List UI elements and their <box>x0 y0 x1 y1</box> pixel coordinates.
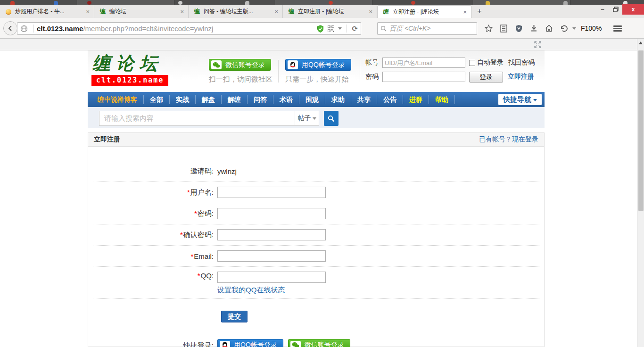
register-panel: 立即注册 已有帐号？现在登录 邀请码: ywlnzj *用户名:*密码:*确认密… <box>88 132 545 347</box>
widescreen-toggle-icon[interactable] <box>534 41 541 48</box>
wechat-icon <box>290 341 301 347</box>
quick-qq-login-button[interactable]: 用QQ帐号登录 <box>217 339 283 347</box>
field-input[interactable] <box>217 187 326 198</box>
field-input[interactable] <box>217 229 326 240</box>
minimize-button[interactable]: – <box>596 4 609 15</box>
restore-button[interactable] <box>609 4 622 15</box>
site-logo[interactable]: 缠论坛 <box>92 51 163 75</box>
site-search-strip: 请输入搜索内容 帖子 <box>88 107 545 128</box>
qq-online-status-link[interactable]: 设置我的QQ在线状态 <box>217 286 326 295</box>
nav-item[interactable]: 问答 <box>248 95 273 104</box>
nav-item[interactable]: 解盘 <box>196 95 222 104</box>
bookmarks-panel-icon[interactable] <box>496 25 511 33</box>
field-label: *QQ: <box>93 272 217 280</box>
submit-button[interactable]: 提交 <box>221 311 248 322</box>
reload-button[interactable]: ⟳ <box>352 25 358 33</box>
top-strip-icon <box>245 1 249 5</box>
field-input[interactable] <box>217 250 326 262</box>
browser-tab[interactable]: 缠立即注册 - |缠论坛× <box>283 5 377 18</box>
top-strip-icon <box>87 1 91 5</box>
tab-title: 立即注册 - |缠论坛 <box>298 8 363 16</box>
sync-undo-icon[interactable] <box>556 25 571 32</box>
field-input[interactable] <box>217 272 326 283</box>
trophy-icon <box>5 8 12 16</box>
qq-login-button[interactable]: 用QQ帐号登录 <box>285 59 351 71</box>
top-strip-icon <box>329 1 333 5</box>
register-now-link[interactable]: 立即注册 <box>508 73 534 81</box>
field-input[interactable] <box>217 208 326 219</box>
scrollbar-thumb[interactable] <box>638 50 644 211</box>
quick-nav-button[interactable]: 快捷导航 <box>498 94 542 105</box>
required-asterisk: * <box>194 209 197 217</box>
tab-close-icon[interactable]: × <box>462 8 468 16</box>
account-input[interactable] <box>382 58 465 68</box>
url-path: /member.php?mod=clt&invitecode=ywlnzj <box>83 25 213 33</box>
header-login-form: 帐号 自动登录 找回密码 密码 登录 立即注册 <box>365 57 535 85</box>
already-have-account-link[interactable]: 已有帐号？现在登录 <box>479 135 538 144</box>
auto-login-option[interactable]: 自动登录 <box>469 58 504 67</box>
browser-tab[interactable]: 炒股用户排名 - 牛...× <box>0 5 94 18</box>
nav-item[interactable]: 实战 <box>170 95 196 104</box>
forgot-password-link[interactable]: 找回密码 <box>508 58 535 67</box>
site-search-button[interactable] <box>324 111 339 126</box>
quick-login-label: 快捷登录: <box>93 339 217 347</box>
required-asterisk: * <box>180 231 183 239</box>
qq-login-label: 用QQ帐号登录 <box>302 61 345 69</box>
home-icon[interactable] <box>541 25 556 32</box>
globe-page-icon <box>20 25 28 33</box>
new-tab-button[interactable]: + <box>473 7 486 17</box>
top-strip-icon <box>563 1 568 5</box>
scroll-up-arrow[interactable] <box>637 39 644 47</box>
form-field-row: *QQ:设置我的QQ在线状态 <box>93 267 539 299</box>
vertical-scrollbar[interactable] <box>637 39 644 347</box>
login-button[interactable]: 登录 <box>469 72 503 83</box>
form-field-row: *确认密码: <box>93 224 539 246</box>
restore-icon <box>613 7 619 12</box>
url-host: clt.0123.name <box>37 25 83 33</box>
url-text[interactable]: clt.0123.name/member.php?mod=clt&invitec… <box>37 25 315 33</box>
nav-item[interactable]: 缠中说禅博客 <box>91 95 144 104</box>
tab-close-icon[interactable]: × <box>273 8 280 15</box>
nav-item[interactable]: 帮助 <box>429 95 455 104</box>
browser-tab[interactable]: 缠问答 - 缠论坛主版...× <box>189 5 283 18</box>
search-type-select[interactable]: 帖子 <box>295 111 319 126</box>
chevron-down-icon <box>533 99 537 101</box>
downloads-icon[interactable] <box>526 25 541 32</box>
browser-tab[interactable]: 缠立即注册 - |缠论坛× <box>377 5 471 18</box>
chevron-down-icon[interactable] <box>338 27 342 30</box>
nav-item[interactable]: 术语 <box>273 95 299 104</box>
invite-code-label: 邀请码: <box>93 167 217 176</box>
shield-check-icon[interactable] <box>317 25 324 33</box>
url-bar[interactable]: clt.0123.name/member.php?mod=clt&invitec… <box>17 22 361 35</box>
divider <box>360 60 360 83</box>
browser-search-field[interactable]: 百度 <Ctrl+K> <box>377 22 477 35</box>
nav-item[interactable]: 共享 <box>351 95 377 104</box>
close-button[interactable]: x <box>622 4 644 15</box>
tab-close-icon[interactable]: × <box>179 8 185 15</box>
page-viewport: 缠论坛 clt.0123.name 微信账号登录 扫一扫，访问微社区 <box>0 39 637 347</box>
nav-item[interactable]: 解缠 <box>222 95 248 104</box>
password-input[interactable] <box>382 72 465 82</box>
wechat-login-block: 微信账号登录 扫一扫，访问微社区 <box>209 59 271 71</box>
chevron-down-icon[interactable] <box>572 27 576 30</box>
tab-close-icon[interactable]: × <box>367 8 374 15</box>
nav-item[interactable]: 围观 <box>299 95 325 104</box>
nav-item[interactable]: 公告 <box>377 95 403 104</box>
back-button[interactable] <box>3 21 17 35</box>
auto-login-checkbox[interactable] <box>469 60 475 66</box>
zoom-level-indicator[interactable]: F100% <box>577 25 605 32</box>
menu-hamburger-icon[interactable] <box>610 25 625 33</box>
nav-item[interactable]: 求助 <box>325 95 351 104</box>
quick-wechat-login-button[interactable]: 微信账号登录 <box>288 339 350 347</box>
window-controls: – x <box>596 4 644 15</box>
qr-code-icon[interactable] <box>328 25 334 32</box>
browser-tab[interactable]: 缠缠论坛× <box>94 5 189 18</box>
tab-close-icon[interactable]: × <box>84 8 91 15</box>
nav-item[interactable]: 全部 <box>144 95 170 104</box>
wechat-login-button[interactable]: 微信账号登录 <box>209 59 271 71</box>
bookmark-star-icon[interactable] <box>481 25 496 33</box>
nav-item[interactable]: 进群 <box>403 95 429 104</box>
security-shield-icon[interactable] <box>511 25 526 33</box>
page-top-strip <box>0 39 637 50</box>
site-search-input[interactable]: 请输入搜索内容 <box>99 111 295 126</box>
